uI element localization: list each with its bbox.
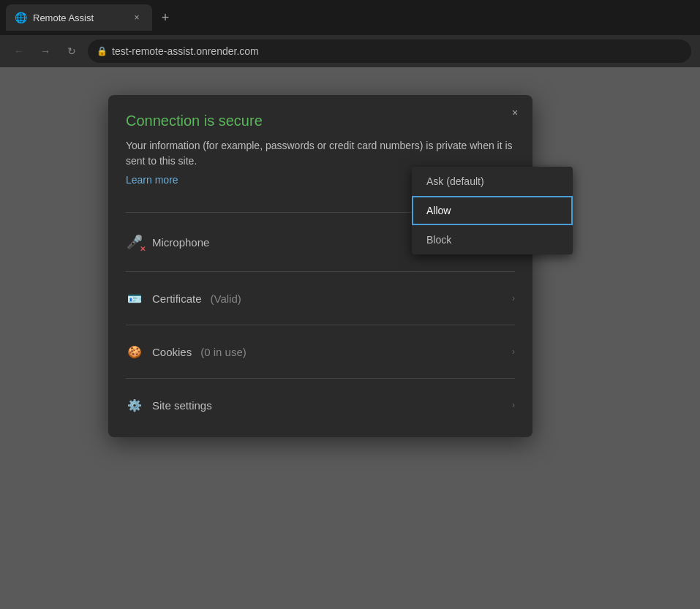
address-bar[interactable]: 🔒 test-remote-assist.onrender.com xyxy=(88,39,691,63)
nav-bar: ← → ↻ 🔒 test-remote-assist.onrender.com xyxy=(0,35,700,67)
new-tab-button[interactable]: + xyxy=(155,7,176,28)
microphone-icon: 🎤 ✕ xyxy=(126,233,143,251)
site-settings-chevron-icon: › xyxy=(512,400,515,410)
cookies-row[interactable]: 🍪 Cookies (0 in use) › xyxy=(126,337,515,366)
popup-description: Your information (for example, passwords… xyxy=(126,138,515,169)
certificate-label-group: 🪪 Certificate (Valid) xyxy=(126,290,241,307)
back-button[interactable]: ← xyxy=(9,41,29,61)
tab-bar: 🌐 Remote Assist × + xyxy=(0,0,700,35)
site-settings-label-group: ⚙️ Site settings xyxy=(126,396,212,414)
tab-close-button[interactable]: × xyxy=(130,11,143,24)
cookies-label: Cookies xyxy=(152,346,192,358)
reload-button[interactable]: ↻ xyxy=(61,41,82,61)
certificate-row[interactable]: 🪪 Certificate (Valid) › xyxy=(126,284,515,313)
site-settings-icon: ⚙️ xyxy=(126,396,143,414)
forward-button[interactable]: → xyxy=(35,41,56,61)
section-divider-4 xyxy=(126,378,515,379)
dropdown-option-block[interactable]: Block xyxy=(412,225,573,254)
browser-chrome: 🌐 Remote Assist × + ← → ↻ 🔒 test-remote-… xyxy=(0,0,700,67)
site-settings-label: Site settings xyxy=(152,399,212,412)
dropdown-option-ask[interactable]: Ask (default) xyxy=(412,167,573,196)
cookies-label-group: 🍪 Cookies (0 in use) xyxy=(126,343,246,360)
section-divider-2 xyxy=(126,271,515,272)
certificate-label: Certificate xyxy=(152,292,202,305)
microphone-label-group: 🎤 ✕ Microphone xyxy=(126,233,209,251)
site-info-popup: × Connection is secure Your information … xyxy=(108,95,532,437)
active-tab[interactable]: 🌐 Remote Assist × xyxy=(6,4,152,31)
certificate-chevron-icon: › xyxy=(512,293,515,303)
dropdown-option-allow[interactable]: Allow xyxy=(412,196,573,225)
cookies-icon: 🍪 xyxy=(126,343,143,360)
cookies-chevron-icon: › xyxy=(512,347,515,357)
certificate-icon: 🪪 xyxy=(126,290,143,307)
cookies-sub-label: (0 in use) xyxy=(200,346,246,358)
tab-favicon: 🌐 xyxy=(15,12,27,23)
certificate-sub-label: (Valid) xyxy=(211,292,241,305)
address-text: test-remote-assist.onrender.com xyxy=(112,45,259,57)
blocked-indicator: ✕ xyxy=(140,245,146,253)
tab-title: Remote Assist xyxy=(33,12,124,23)
section-divider-3 xyxy=(126,325,515,325)
microphone-label: Microphone xyxy=(152,236,209,249)
popup-close-button[interactable]: × xyxy=(506,104,524,121)
site-settings-row[interactable]: ⚙️ Site settings › xyxy=(126,390,515,420)
microphone-dropdown-menu: Ask (default) Allow Block xyxy=(412,167,573,254)
lock-icon: 🔒 xyxy=(97,46,108,56)
popup-title: Connection is secure xyxy=(126,113,515,129)
learn-more-link[interactable]: Learn more xyxy=(126,174,178,186)
